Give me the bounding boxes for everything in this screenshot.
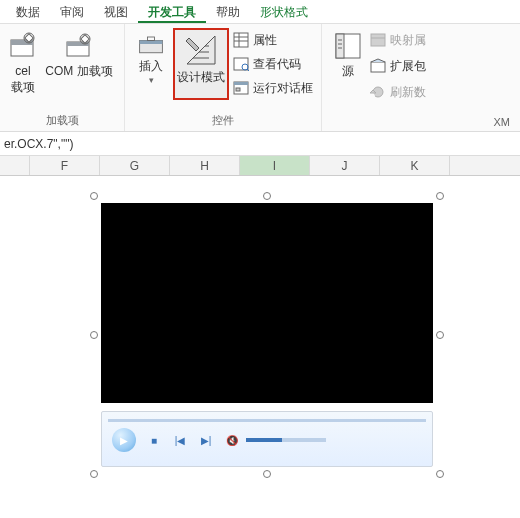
tab-help[interactable]: 帮助 [206,2,250,23]
svg-rect-9 [140,41,163,45]
worksheet: F G H I J K ▶ ■ |◀ ▶| 🔇 [0,156,520,516]
resize-handle-b[interactable] [263,470,271,478]
com-addin-label: COM 加载项 [45,64,112,78]
svg-rect-15 [234,33,248,47]
chevron-down-icon: ▾ [149,75,154,85]
tab-review[interactable]: 审阅 [50,2,94,23]
view-code-label: 查看代码 [253,56,301,73]
group-xml: 源 映射属 扩展包 刷新数 XM [322,24,520,131]
group-xml-title: XM [328,114,514,128]
com-addins-button[interactable]: COM 加载项 [40,28,118,96]
col-header-g[interactable]: G [100,156,170,175]
excel-addins-button[interactable]: cel 载项 [6,28,40,96]
excel-addin-label-top: cel [15,64,30,78]
design-mode-button[interactable]: 设计模式 [173,28,229,100]
xml-map-button: 映射属 [368,28,428,52]
properties-label: 属性 [253,32,277,49]
tab-view[interactable]: 视图 [94,2,138,23]
refresh-icon [370,84,386,100]
col-header-k[interactable]: K [380,156,450,175]
svg-rect-26 [336,34,344,58]
svg-rect-23 [234,82,248,85]
xml-source-label: 源 [342,64,354,78]
media-play-button[interactable]: ▶ [112,428,136,452]
media-player-object[interactable]: ▶ ■ |◀ ▶| 🔇 [94,196,440,474]
group-addins-title: 加载项 [6,111,118,128]
resize-handle-br[interactable] [436,470,444,478]
xml-source-button[interactable]: 源 [328,28,368,104]
media-prev-button[interactable]: |◀ [172,432,188,448]
col-header-h[interactable]: H [170,156,240,175]
com-addin-icon [63,30,95,62]
svg-rect-30 [371,34,385,46]
properties-icon [233,32,249,48]
media-stop-button[interactable]: ■ [146,432,162,448]
media-next-button[interactable]: ▶| [198,432,214,448]
grid-area[interactable]: ▶ ■ |◀ ▶| 🔇 [0,176,520,516]
map-properties-icon [370,32,386,48]
properties-button[interactable]: 属性 [231,28,315,52]
group-addins: cel 载项 COM 加载项 加载项 [0,24,125,131]
play-icon: ▶ [120,435,128,446]
addin-icon [7,30,39,62]
media-video-area [101,203,433,403]
svg-rect-32 [371,62,385,72]
formula-text: er.OCX.7","") [4,137,73,151]
xml-refresh-button: 刷新数 [368,80,428,104]
ribbon-tabs: 数据 审阅 视图 开发工具 帮助 形状格式 [0,0,520,24]
view-code-icon [233,56,249,72]
svg-rect-10 [148,37,155,41]
svg-line-21 [247,69,249,71]
run-dialog-button[interactable]: 运行对话框 [231,76,315,100]
excel-addin-label-bottom: 载项 [11,80,35,94]
resize-handle-tl[interactable] [90,192,98,200]
ribbon: cel 载项 COM 加载项 加载项 插入 ▾ 设计模式 [0,24,520,132]
xml-expand-label: 扩展包 [390,58,426,75]
col-header-j[interactable]: J [310,156,380,175]
col-header-f[interactable]: F [30,156,100,175]
xml-expand-button[interactable]: 扩展包 [368,54,428,78]
resize-handle-bl[interactable] [90,470,98,478]
xml-source-icon [332,30,364,62]
col-header-i[interactable]: I [240,156,310,175]
tab-developer[interactable]: 开发工具 [138,2,206,23]
tab-shape-format[interactable]: 形状格式 [250,2,318,23]
formula-bar[interactable]: er.OCX.7","") [0,132,520,156]
insert-label: 插入 [139,58,163,75]
design-mode-label: 设计模式 [177,69,225,86]
resize-handle-tr[interactable] [436,192,444,200]
run-dialog-label: 运行对话框 [253,80,313,97]
resize-handle-r[interactable] [436,331,444,339]
toolbox-icon [137,30,165,58]
design-mode-icon [183,32,219,68]
column-headers: F G H I J K [0,156,520,176]
run-dialog-icon [233,80,249,96]
svg-rect-24 [236,88,240,91]
media-control-bar: ▶ ■ |◀ ▶| 🔇 [101,411,433,467]
group-controls: 插入 ▾ 设计模式 属性 查看代码 运行对话框 [125,24,322,131]
col-header-blank[interactable] [0,156,30,175]
tab-data[interactable]: 数据 [6,2,50,23]
resize-handle-t[interactable] [263,192,271,200]
xml-map-label: 映射属 [390,32,426,49]
media-volume-slider[interactable] [246,438,326,442]
xml-refresh-label: 刷新数 [390,84,426,101]
group-controls-title: 控件 [131,111,315,128]
view-code-button[interactable]: 查看代码 [231,52,315,76]
expansion-pack-icon [370,58,386,74]
insert-controls-button[interactable]: 插入 ▾ [131,28,171,100]
resize-handle-l[interactable] [90,331,98,339]
media-mute-button[interactable]: 🔇 [224,432,240,448]
media-seek-bar[interactable] [108,415,426,425]
